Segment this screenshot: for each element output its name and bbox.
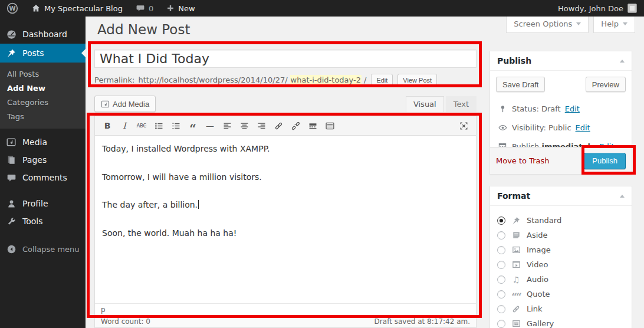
collapse-icon <box>5 243 17 255</box>
editor-paragraph: Today, I installed Wordpress with XAMPP. <box>102 143 469 155</box>
visual-tab[interactable]: Visual <box>406 96 444 112</box>
format-video-icon <box>511 260 521 270</box>
element-path[interactable]: p <box>101 306 106 314</box>
edit-status-link[interactable]: Edit <box>565 104 580 113</box>
comments-admin-bar[interactable]: 0 <box>129 0 160 17</box>
help-tab[interactable]: Help <box>593 17 635 33</box>
editor-toolbar: B I ABC “ — <box>95 116 476 136</box>
sidebar-item-categories[interactable]: Categories <box>0 95 86 109</box>
radio-link[interactable] <box>497 305 505 313</box>
toggle-panel-icon[interactable] <box>620 195 625 198</box>
visual-editor: B I ABC “ — <box>94 116 477 316</box>
my-account-menu[interactable]: Howdy, John Doe <box>558 4 644 13</box>
sidebar-item-comments[interactable]: Comments <box>0 169 86 186</box>
chevron-down-icon <box>576 22 581 25</box>
collapse-menu-button[interactable]: Collapse menu <box>0 240 86 258</box>
bold-button[interactable]: B <box>100 119 115 133</box>
sidebar-item-dashboard[interactable]: Dashboard <box>0 25 86 44</box>
toolbar-toggle-button[interactable] <box>322 119 337 133</box>
sidebar-item-profile[interactable]: Profile <box>0 195 86 212</box>
horizontal-rule-button[interactable]: — <box>202 119 218 133</box>
format-option-gallery[interactable]: Gallery <box>497 316 625 328</box>
wordpress-logo-icon: W <box>6 2 18 14</box>
permalink-slug[interactable]: what-i-did-today-2 <box>290 75 362 85</box>
page-title: Add New Post <box>97 22 190 37</box>
editor-paragraph: Soon, the world. Muah ha ha ha! <box>102 228 469 240</box>
radio-image[interactable] <box>497 246 505 254</box>
word-count: Word count: 0 <box>101 317 150 326</box>
site-name-link[interactable]: My Spectacular Blog <box>25 0 129 17</box>
format-option-aside[interactable]: Aside <box>497 228 625 242</box>
format-panel-header[interactable]: Format <box>490 186 632 206</box>
wordpress-logo-menu[interactable]: W <box>0 0 25 17</box>
blockquote-button[interactable]: “ <box>185 119 201 133</box>
edit-permalink-button[interactable]: Edit <box>371 74 393 86</box>
fullscreen-button[interactable] <box>456 119 471 133</box>
howdy-label: Howdy, John Doe <box>558 4 623 13</box>
edit-visibility-link[interactable]: Edit <box>576 123 590 132</box>
sidebar-label: Tools <box>22 217 43 226</box>
strikethrough-button[interactable]: ABC <box>134 119 149 133</box>
text-tab[interactable]: Text <box>446 96 477 112</box>
add-media-button[interactable]: Add Media <box>94 96 156 112</box>
link-button[interactable] <box>271 119 286 133</box>
format-gallery-icon <box>511 319 521 328</box>
format-panel: Format Standard Aside <box>489 186 632 328</box>
radio-gallery[interactable] <box>497 320 505 328</box>
format-option-image[interactable]: Image <box>497 242 625 257</box>
post-status-icon <box>497 103 508 114</box>
align-center-button[interactable] <box>236 119 252 133</box>
numbered-list-button[interactable] <box>168 119 183 133</box>
format-option-link[interactable]: Link <box>497 301 625 316</box>
radio-quote[interactable] <box>497 290 505 299</box>
bullet-list-button[interactable] <box>151 119 166 133</box>
profile-icon <box>5 198 17 209</box>
unlink-button[interactable] <box>288 119 303 133</box>
post-title-input[interactable] <box>94 50 477 68</box>
screen-options-tab[interactable]: Screen Options <box>506 17 589 33</box>
move-to-trash-link[interactable]: Move to Trash <box>496 156 550 165</box>
comments-count: 0 <box>149 4 153 13</box>
sidebar-item-media[interactable]: Media <box>0 133 86 151</box>
pushpin-icon <box>5 47 17 59</box>
format-option-video[interactable]: Video <box>497 257 625 272</box>
home-icon <box>31 4 41 13</box>
sidebar-item-tools[interactable]: Tools <box>0 212 86 230</box>
tools-icon <box>5 215 17 227</box>
radio-aside[interactable] <box>497 231 505 240</box>
format-option-quote[interactable]: ““ Quote <box>497 287 625 301</box>
new-content-menu[interactable]: New <box>160 0 201 17</box>
sidebar-label: Media <box>22 137 47 147</box>
align-left-button[interactable] <box>219 119 235 133</box>
more-tag-button[interactable] <box>305 119 320 133</box>
avatar <box>627 4 637 13</box>
status-value: Draft <box>541 104 561 113</box>
format-option-standard[interactable]: Standard <box>497 213 625 228</box>
editor-content[interactable]: Today, I installed Wordpress with XAMPP.… <box>95 136 476 303</box>
comment-bubble-icon <box>136 4 145 13</box>
view-post-button[interactable]: View Post <box>397 74 437 86</box>
publish-panel-header[interactable]: Publish <box>490 51 632 71</box>
sidebar-label: Dashboard <box>22 29 67 39</box>
preview-button[interactable]: Preview <box>586 77 626 92</box>
format-option-audio[interactable]: ♫ Audio <box>497 272 625 287</box>
sidebar-item-posts[interactable]: Posts <box>0 44 86 63</box>
publish-panel: Publish Save Draft Preview Status: Draft… <box>489 51 632 175</box>
permalink-row: Permalink: http://localhost/wordpress/20… <box>94 74 437 86</box>
text-cursor <box>198 200 199 209</box>
radio-audio[interactable] <box>497 275 505 284</box>
radio-standard[interactable] <box>497 217 505 225</box>
format-image-icon <box>511 245 521 255</box>
sidebar-item-all-posts[interactable]: All Posts <box>0 67 86 81</box>
sidebar-item-add-new[interactable]: Add New <box>0 81 86 95</box>
sidebar-item-tags[interactable]: Tags <box>0 109 86 123</box>
publish-button[interactable]: Publish <box>584 153 626 169</box>
save-draft-button[interactable]: Save Draft <box>496 77 545 92</box>
radio-video[interactable] <box>497 261 505 269</box>
admin-bar: W My Spectacular Blog 0 New Howdy, John … <box>0 0 644 17</box>
italic-button[interactable]: I <box>117 119 132 133</box>
toggle-panel-icon[interactable] <box>620 60 625 63</box>
sidebar-item-pages[interactable]: Pages <box>0 151 86 169</box>
align-right-button[interactable] <box>254 119 269 133</box>
post-status-info: Word count: 0 Draft saved at 8:17:42 am. <box>94 316 477 328</box>
